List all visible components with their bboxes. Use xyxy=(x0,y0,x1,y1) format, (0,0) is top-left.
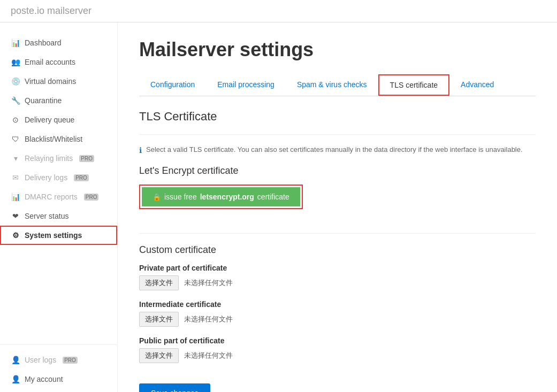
save-button[interactable]: Save changes xyxy=(139,383,210,392)
sidebar-label-user-logs: User logs xyxy=(25,356,56,364)
sidebar-item-delivery-queue[interactable]: ⊙Delivery queue xyxy=(0,110,117,129)
pro-badge: PRO xyxy=(84,194,99,201)
sidebar-label-dmarc-reports: DMARC reports xyxy=(25,193,78,201)
sidebar-icon-dmarc-reports: 📊 xyxy=(11,193,20,201)
sidebar-icon-dashboard: 📊 xyxy=(11,39,20,47)
main-content: Mailserver settings ConfigurationEmail p… xyxy=(118,22,557,392)
sidebar-spacer xyxy=(0,245,117,344)
sidebar-bottom: 👤User logsPRO👤My account☰API xyxy=(0,344,117,392)
sidebar-item-virtual-domains[interactable]: 💿Virtual domains xyxy=(0,72,117,91)
letsencrypt-btn-suffix: certificate xyxy=(257,193,289,201)
cert-field-intermediate-cert: Intermediate certificate 选择文件 未选择任何文件 xyxy=(139,300,536,327)
pro-badge: PRO xyxy=(79,155,94,162)
sidebar-item-quarantine[interactable]: 🔧Quarantine xyxy=(0,91,117,110)
custom-section-divider xyxy=(139,233,536,234)
file-btn-private-cert[interactable]: 选择文件 xyxy=(139,275,179,290)
tab-advanced[interactable]: Advanced xyxy=(449,74,505,96)
cert-label-intermediate-cert: Intermediate certificate xyxy=(139,300,536,309)
info-text: Select a valid TLS certificate. You can … xyxy=(146,145,523,153)
lock-icon: 🔒 xyxy=(152,193,161,201)
file-btn-public-cert[interactable]: 选择文件 xyxy=(139,348,179,363)
sidebar-item-dashboard[interactable]: 📊Dashboard xyxy=(0,33,117,52)
brand-prefix: poste.io xyxy=(11,5,44,16)
sidebar-icon-server-status: ❤ xyxy=(11,212,20,220)
top-header: poste.io mailserver xyxy=(0,0,557,22)
sidebar-label-email-accounts: Email accounts xyxy=(25,58,75,66)
cert-field-public-cert: Public part of certificate 选择文件 未选择任何文件 xyxy=(139,336,536,363)
sidebar-label-system-settings: System settings xyxy=(25,231,82,240)
sidebar-icon-email-accounts: 👥 xyxy=(11,58,20,66)
pro-badge: PRO xyxy=(63,357,78,364)
letsencrypt-domain: letsencrypt.org xyxy=(200,193,254,201)
tabs-bar: ConfigurationEmail processingSpam & viru… xyxy=(139,74,536,96)
sidebar-label-blacklist: Blacklist/Whitelist xyxy=(25,135,82,143)
cert-label-private-cert: Private part of certificate xyxy=(139,264,536,272)
file-placeholder-private-cert: 未选择任何文件 xyxy=(184,278,233,288)
sidebar-icon-blacklist: 🛡 xyxy=(11,135,20,143)
sidebar-item-relaying-limits: ▾Relaying limitsPRO xyxy=(0,149,117,168)
cert-label-public-cert: Public part of certificate xyxy=(139,336,536,345)
tab-configuration[interactable]: Configuration xyxy=(139,74,206,96)
sidebar-icon-delivery-logs: ✉ xyxy=(11,173,20,182)
sidebar-item-blacklist[interactable]: 🛡Blacklist/Whitelist xyxy=(0,129,117,149)
sidebar-icon-user-logs: 👤 xyxy=(11,356,20,364)
sidebar-item-my-account[interactable]: 👤My account xyxy=(0,370,117,389)
file-placeholder-intermediate-cert: 未选择任何文件 xyxy=(184,314,233,324)
sidebar-label-delivery-queue: Delivery queue xyxy=(25,116,74,124)
sidebar-label-virtual-domains: Virtual domains xyxy=(25,77,76,86)
sidebar-item-delivery-logs: ✉Delivery logsPRO xyxy=(0,168,117,187)
sidebar: 📊Dashboard👥Email accounts💿Virtual domain… xyxy=(0,22,118,392)
file-btn-intermediate-cert[interactable]: 选择文件 xyxy=(139,312,179,327)
letsencrypt-subtitle: Let's Encrypt certificate xyxy=(139,165,536,176)
sidebar-item-api[interactable]: ☰API xyxy=(0,389,117,392)
section-title: TLS Certificate xyxy=(139,110,536,124)
sidebar-label-delivery-logs: Delivery logs xyxy=(25,173,67,182)
sidebar-icon-delivery-queue: ⊙ xyxy=(11,116,20,124)
letsencrypt-button[interactable]: 🔒 issue free letsencrypt.org certificate xyxy=(142,187,300,206)
sidebar-label-server-status: Server status xyxy=(25,212,68,220)
tab-tls-certificate[interactable]: TLS certificate xyxy=(378,74,449,96)
sidebar-icon-relaying-limits: ▾ xyxy=(11,154,20,163)
letsencrypt-btn-prefix: issue free xyxy=(164,193,197,201)
app-layout: 📊Dashboard👥Email accounts💿Virtual domain… xyxy=(0,22,557,392)
sidebar-icon-my-account: 👤 xyxy=(11,375,20,383)
brand-suffix: mailserver xyxy=(47,5,91,16)
sidebar-icon-system-settings: ⚙ xyxy=(11,231,20,240)
file-placeholder-public-cert: 未选择任何文件 xyxy=(184,351,233,360)
file-input-row-private-cert: 选择文件 未选择任何文件 xyxy=(139,275,536,290)
sidebar-label-dashboard: Dashboard xyxy=(25,39,62,47)
sidebar-item-server-status[interactable]: ❤Server status xyxy=(0,206,117,226)
letsencrypt-button-wrapper: 🔒 issue free letsencrypt.org certificate xyxy=(139,185,303,209)
sidebar-label-relaying-limits: Relaying limits xyxy=(25,154,73,163)
custom-cert-subtitle: Custom certificate xyxy=(139,244,536,256)
page-title: Mailserver settings xyxy=(139,39,536,61)
sidebar-icon-virtual-domains: 💿 xyxy=(11,77,20,86)
section-divider xyxy=(139,134,536,135)
sidebar-item-dmarc-reports: 📊DMARC reportsPRO xyxy=(0,187,117,206)
sidebar-item-email-accounts[interactable]: 👥Email accounts xyxy=(0,52,117,72)
sidebar-label-my-account: My account xyxy=(25,375,63,383)
tab-spam-virus[interactable]: Spam & virus checks xyxy=(286,74,378,96)
sidebar-icon-quarantine: 🔧 xyxy=(11,96,20,105)
info-icon: ℹ xyxy=(139,146,142,155)
tab-email-processing[interactable]: Email processing xyxy=(206,74,286,96)
info-box: ℹ Select a valid TLS certificate. You ca… xyxy=(139,145,536,155)
pro-badge: PRO xyxy=(74,174,89,181)
file-input-row-intermediate-cert: 选择文件 未选择任何文件 xyxy=(139,312,536,327)
sidebar-item-system-settings[interactable]: ⚙System settings xyxy=(0,226,117,245)
file-input-row-public-cert: 选择文件 未选择任何文件 xyxy=(139,348,536,363)
cert-field-private-cert: Private part of certificate 选择文件 未选择任何文件 xyxy=(139,264,536,290)
brand-logo: poste.io mailserver xyxy=(11,5,91,17)
sidebar-label-quarantine: Quarantine xyxy=(25,96,62,105)
sidebar-item-user-logs: 👤User logsPRO xyxy=(0,350,117,370)
